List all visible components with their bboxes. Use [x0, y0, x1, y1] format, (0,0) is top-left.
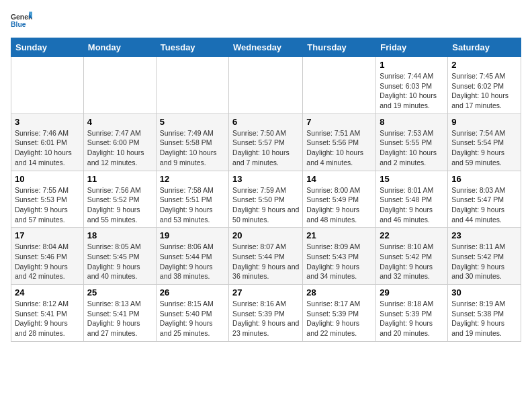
- day-info: Sunrise: 8:05 AM Sunset: 5:45 PM Dayligh…: [87, 242, 152, 281]
- day-number: 1: [380, 60, 444, 70]
- day-number: 21: [306, 230, 372, 240]
- calendar-week-row: 24Sunrise: 8:12 AM Sunset: 5:41 PM Dayli…: [11, 285, 521, 342]
- calendar-cell: 21Sunrise: 8:09 AM Sunset: 5:43 PM Dayli…: [303, 228, 376, 285]
- day-number: 7: [306, 117, 372, 127]
- calendar-cell: 11Sunrise: 7:56 AM Sunset: 5:52 PM Dayli…: [83, 171, 156, 228]
- calendar-cell: 17Sunrise: 8:04 AM Sunset: 5:46 PM Dayli…: [11, 228, 84, 285]
- calendar-cell: 30Sunrise: 8:19 AM Sunset: 5:38 PM Dayli…: [448, 285, 521, 342]
- calendar-cell: 7Sunrise: 7:51 AM Sunset: 5:56 PM Daylig…: [303, 113, 376, 171]
- day-number: 29: [380, 287, 444, 298]
- calendar-cell: [156, 57, 228, 114]
- day-number: 15: [380, 174, 444, 184]
- day-number: 20: [232, 230, 299, 240]
- calendar-cell: 28Sunrise: 8:17 AM Sunset: 5:39 PM Dayli…: [303, 285, 376, 342]
- calendar-cell: 12Sunrise: 7:58 AM Sunset: 5:51 PM Dayli…: [156, 171, 228, 228]
- calendar-cell: 19Sunrise: 8:06 AM Sunset: 5:44 PM Dayli…: [156, 228, 228, 285]
- weekday-header-saturday: Saturday: [448, 38, 521, 57]
- weekday-header-friday: Friday: [376, 38, 448, 57]
- calendar-week-row: 17Sunrise: 8:04 AM Sunset: 5:46 PM Dayli…: [11, 228, 521, 285]
- day-info: Sunrise: 7:45 AM Sunset: 6:02 PM Dayligh…: [451, 71, 517, 111]
- day-info: Sunrise: 7:47 AM Sunset: 6:00 PM Dayligh…: [87, 128, 152, 168]
- day-number: 27: [232, 287, 299, 298]
- calendar-cell: 18Sunrise: 8:05 AM Sunset: 5:45 PM Dayli…: [83, 228, 156, 285]
- day-info: Sunrise: 7:58 AM Sunset: 5:51 PM Dayligh…: [160, 185, 225, 225]
- day-number: 24: [15, 287, 80, 298]
- day-info: Sunrise: 8:11 AM Sunset: 5:42 PM Dayligh…: [451, 242, 517, 281]
- day-number: 16: [451, 174, 517, 184]
- calendar-week-row: 1Sunrise: 7:44 AM Sunset: 6:03 PM Daylig…: [11, 57, 521, 114]
- day-number: 28: [306, 287, 372, 298]
- day-number: 25: [87, 287, 152, 298]
- calendar-cell: 8Sunrise: 7:53 AM Sunset: 5:55 PM Daylig…: [376, 113, 448, 171]
- calendar-cell: 16Sunrise: 8:03 AM Sunset: 5:47 PM Dayli…: [448, 171, 521, 228]
- day-number: 19: [160, 230, 225, 240]
- weekday-header-tuesday: Tuesday: [156, 38, 228, 57]
- calendar-cell: 29Sunrise: 8:18 AM Sunset: 5:39 PM Dayli…: [376, 285, 448, 342]
- day-info: Sunrise: 7:51 AM Sunset: 5:56 PM Dayligh…: [306, 128, 372, 168]
- weekday-header-row: SundayMondayTuesdayWednesdayThursdayFrid…: [11, 38, 521, 57]
- day-info: Sunrise: 7:50 AM Sunset: 5:57 PM Dayligh…: [232, 128, 299, 168]
- day-info: Sunrise: 7:53 AM Sunset: 5:55 PM Dayligh…: [380, 128, 444, 168]
- day-number: 26: [160, 287, 225, 298]
- calendar-cell: [83, 57, 156, 114]
- day-number: 8: [380, 117, 444, 127]
- day-info: Sunrise: 8:12 AM Sunset: 5:41 PM Dayligh…: [15, 299, 80, 338]
- calendar-cell: 24Sunrise: 8:12 AM Sunset: 5:41 PM Dayli…: [11, 285, 84, 342]
- calendar-cell: 23Sunrise: 8:11 AM Sunset: 5:42 PM Dayli…: [448, 228, 521, 285]
- day-info: Sunrise: 7:49 AM Sunset: 5:58 PM Dayligh…: [160, 128, 225, 168]
- calendar-table: SundayMondayTuesdayWednesdayThursdayFrid…: [11, 38, 521, 342]
- day-info: Sunrise: 8:01 AM Sunset: 5:48 PM Dayligh…: [380, 185, 444, 225]
- general-blue-logo-icon: General Blue: [11, 11, 32, 32]
- day-info: Sunrise: 8:04 AM Sunset: 5:46 PM Dayligh…: [15, 242, 80, 281]
- day-number: 22: [380, 230, 444, 240]
- day-number: 23: [451, 230, 517, 240]
- calendar-cell: 25Sunrise: 8:13 AM Sunset: 5:41 PM Dayli…: [83, 285, 156, 342]
- day-number: 30: [451, 287, 517, 298]
- day-number: 4: [87, 117, 152, 127]
- calendar-cell: 15Sunrise: 8:01 AM Sunset: 5:48 PM Dayli…: [376, 171, 448, 228]
- weekday-header-monday: Monday: [83, 38, 156, 57]
- calendar-cell: 3Sunrise: 7:46 AM Sunset: 6:01 PM Daylig…: [11, 113, 84, 171]
- calendar-cell: 4Sunrise: 7:47 AM Sunset: 6:00 PM Daylig…: [83, 113, 156, 171]
- day-number: 10: [15, 174, 80, 184]
- day-number: 6: [232, 117, 299, 127]
- calendar-cell: [229, 57, 303, 114]
- day-info: Sunrise: 8:06 AM Sunset: 5:44 PM Dayligh…: [160, 242, 225, 281]
- day-number: 13: [232, 174, 299, 184]
- day-info: Sunrise: 8:09 AM Sunset: 5:43 PM Dayligh…: [306, 242, 372, 281]
- weekday-header-thursday: Thursday: [303, 38, 376, 57]
- weekday-header-wednesday: Wednesday: [229, 38, 303, 57]
- day-number: 5: [160, 117, 225, 127]
- day-info: Sunrise: 7:56 AM Sunset: 5:52 PM Dayligh…: [87, 185, 152, 225]
- day-info: Sunrise: 7:55 AM Sunset: 5:53 PM Dayligh…: [15, 185, 80, 225]
- svg-text:Blue: Blue: [11, 21, 26, 28]
- day-info: Sunrise: 8:16 AM Sunset: 5:39 PM Dayligh…: [232, 299, 299, 338]
- calendar-cell: 1Sunrise: 7:44 AM Sunset: 6:03 PM Daylig…: [376, 57, 448, 114]
- calendar-cell: [303, 57, 376, 114]
- calendar-cell: 2Sunrise: 7:45 AM Sunset: 6:02 PM Daylig…: [448, 57, 521, 114]
- calendar-cell: 9Sunrise: 7:54 AM Sunset: 5:54 PM Daylig…: [448, 113, 521, 171]
- day-info: Sunrise: 8:07 AM Sunset: 5:44 PM Dayligh…: [232, 242, 299, 281]
- day-info: Sunrise: 8:00 AM Sunset: 5:49 PM Dayligh…: [306, 185, 372, 225]
- day-info: Sunrise: 8:17 AM Sunset: 5:39 PM Dayligh…: [306, 299, 372, 338]
- calendar-week-row: 10Sunrise: 7:55 AM Sunset: 5:53 PM Dayli…: [11, 171, 521, 228]
- day-info: Sunrise: 8:10 AM Sunset: 5:42 PM Dayligh…: [380, 242, 444, 281]
- calendar-cell: [11, 57, 84, 114]
- day-info: Sunrise: 7:46 AM Sunset: 6:01 PM Dayligh…: [15, 128, 80, 168]
- calendar-cell: 6Sunrise: 7:50 AM Sunset: 5:57 PM Daylig…: [229, 113, 303, 171]
- day-info: Sunrise: 7:59 AM Sunset: 5:50 PM Dayligh…: [232, 185, 299, 225]
- logo: General Blue: [11, 11, 32, 32]
- calendar-cell: 14Sunrise: 8:00 AM Sunset: 5:49 PM Dayli…: [303, 171, 376, 228]
- calendar-cell: 5Sunrise: 7:49 AM Sunset: 5:58 PM Daylig…: [156, 113, 228, 171]
- calendar-cell: 20Sunrise: 8:07 AM Sunset: 5:44 PM Dayli…: [229, 228, 303, 285]
- day-info: Sunrise: 7:54 AM Sunset: 5:54 PM Dayligh…: [451, 128, 517, 168]
- page-header: General Blue: [11, 11, 521, 32]
- day-number: 3: [15, 117, 80, 127]
- calendar-cell: 22Sunrise: 8:10 AM Sunset: 5:42 PM Dayli…: [376, 228, 448, 285]
- day-number: 14: [306, 174, 372, 184]
- weekday-header-sunday: Sunday: [11, 38, 84, 57]
- day-number: 12: [160, 174, 225, 184]
- calendar-cell: 26Sunrise: 8:15 AM Sunset: 5:40 PM Dayli…: [156, 285, 228, 342]
- day-number: 2: [451, 60, 517, 70]
- day-number: 11: [87, 174, 152, 184]
